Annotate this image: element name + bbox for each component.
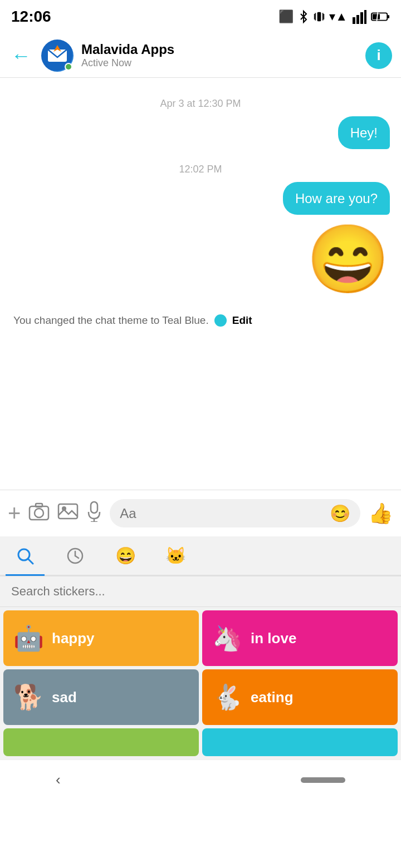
contact-info: Malavida Apps Active Now: [81, 42, 358, 69]
avatar-wrap: [41, 40, 74, 72]
contact-name: Malavida Apps: [81, 42, 358, 57]
sticker-grid: 🤖 happy 🦄 in love 🐕 sad 🐇 eating: [0, 607, 401, 760]
svg-point-18: [35, 509, 43, 517]
status-icons: ⬛ ▾▲: [278, 9, 390, 24]
svg-rect-8: [364, 10, 366, 24]
theme-color-dot: [214, 314, 227, 327]
bluetooth-icon: [298, 9, 309, 24]
microphone-button[interactable]: [86, 501, 102, 526]
chat-area: Apr 3 at 12:30 PM Hey! 12:02 PM How are …: [0, 78, 401, 490]
sticker-tabs: 😄 🐱: [0, 536, 401, 576]
message-bubble-1: Hey!: [338, 116, 390, 149]
plus-button[interactable]: +: [8, 501, 21, 526]
info-icon: i: [376, 47, 380, 64]
signal-icon: [352, 9, 366, 24]
svg-rect-6: [356, 15, 359, 24]
battery-icon: [371, 11, 390, 22]
nav-back-button[interactable]: ‹: [56, 771, 61, 788]
input-toolbar: + 😊 👍: [0, 490, 401, 536]
header: ← Malavida Apps Active Now i: [0, 33, 401, 78]
sticker-search-wrap[interactable]: [0, 576, 401, 607]
theme-change-text: You changed the chat theme to Teal Blue.: [13, 314, 209, 327]
svg-rect-10: [387, 15, 389, 18]
screenshot-icon: ⬛: [278, 9, 294, 24]
cat-tab-icon: 🐱: [165, 546, 186, 565]
wifi-icon: ▾▲: [329, 9, 348, 24]
sticker-category-5[interactable]: [3, 728, 199, 756]
message-input[interactable]: [120, 506, 324, 521]
back-button[interactable]: ←: [9, 42, 33, 70]
camera-button[interactable]: [28, 502, 50, 525]
sticker-category-eating[interactable]: 🐇 eating: [202, 669, 398, 725]
message-row-1: Hey!: [11, 116, 390, 149]
search-icon: [16, 547, 34, 565]
message-input-wrap[interactable]: 😊: [110, 499, 360, 527]
svg-rect-22: [91, 502, 97, 513]
sticker-tab-pusheen[interactable]: 🐱: [150, 536, 200, 576]
sticker-panel: 😄 🐱 🤖 happy 🦄 in love 🐕 sad 🐇 eating: [0, 536, 401, 760]
sad-label: sad: [52, 689, 77, 706]
in-love-label: in love: [251, 630, 296, 647]
svg-rect-0: [317, 12, 321, 22]
gallery-icon: [57, 502, 79, 521]
eating-label: eating: [251, 689, 294, 706]
camera-icon: [28, 502, 50, 521]
clock-icon: [66, 547, 84, 565]
happy-label: happy: [52, 630, 95, 647]
message-row-2: How are you?: [11, 182, 390, 215]
sticker-tab-emoji[interactable]: 😄: [100, 536, 150, 576]
theme-edit-button[interactable]: Edit: [232, 314, 252, 327]
emoji-sticker: 😄: [11, 220, 390, 299]
timestamp-2: 12:02 PM: [11, 164, 390, 175]
sticker-category-6[interactable]: [202, 728, 398, 756]
sticker-category-sad[interactable]: 🐕 sad: [3, 669, 199, 725]
contact-status: Active Now: [81, 57, 358, 69]
sticker-tab-recent[interactable]: [50, 536, 100, 576]
sad-icon: 🐕: [13, 683, 44, 712]
vibrate-icon: [314, 9, 325, 24]
theme-change-row: You changed the chat theme to Teal Blue.…: [11, 314, 390, 327]
svg-rect-7: [360, 12, 363, 24]
timestamp-1: Apr 3 at 12:30 PM: [11, 98, 390, 110]
online-indicator: [65, 63, 72, 71]
happy-icon: 🤖: [13, 624, 44, 653]
nav-home-pill[interactable]: [301, 777, 345, 783]
svg-rect-11: [373, 14, 380, 19]
sticker-category-in-love[interactable]: 🦄 in love: [202, 610, 398, 666]
svg-rect-20: [58, 504, 77, 519]
svg-line-26: [28, 559, 33, 564]
emoji-picker-button[interactable]: 😊: [330, 504, 350, 523]
like-button[interactable]: 👍: [368, 502, 393, 525]
sticker-search-input[interactable]: [11, 584, 390, 599]
laughing-emoji: 😄: [306, 220, 390, 299]
svg-rect-5: [353, 17, 355, 24]
svg-line-29: [75, 556, 79, 558]
nav-bar: ‹: [0, 760, 401, 800]
emoji-tab-icon: 😄: [115, 546, 136, 565]
mic-icon: [86, 501, 102, 522]
status-bar: 12:06 ⬛ ▾▲: [0, 0, 401, 33]
sticker-tab-search[interactable]: [0, 536, 50, 576]
svg-rect-19: [36, 504, 42, 507]
sticker-category-happy[interactable]: 🤖 happy: [3, 610, 199, 666]
eating-icon: 🐇: [212, 683, 243, 712]
message-bubble-2: How are you?: [283, 182, 390, 215]
in-love-icon: 🦄: [212, 624, 243, 653]
status-time: 12:06: [11, 8, 51, 26]
info-button[interactable]: i: [365, 42, 392, 69]
svg-line-12: [376, 12, 378, 21]
gallery-button[interactable]: [57, 502, 79, 525]
